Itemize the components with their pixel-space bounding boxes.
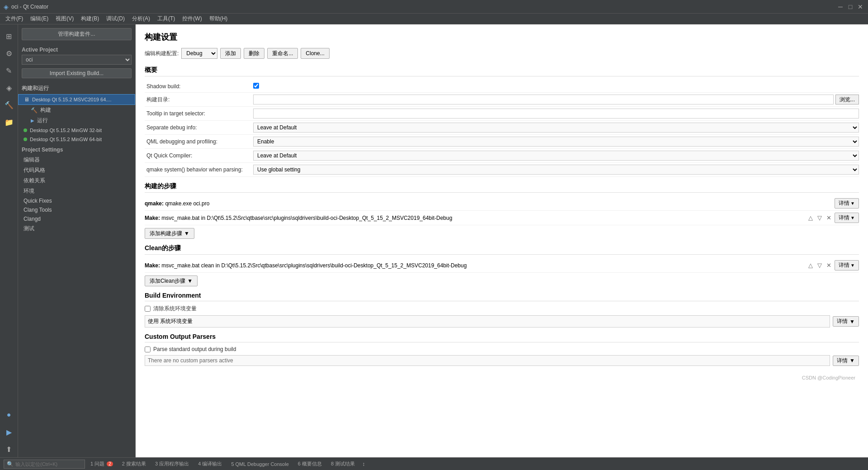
qmake-detail-button[interactable]: 详情 ▼ [835, 198, 859, 209]
kit-subitem-run[interactable]: ▶ 运行 [18, 115, 135, 126]
settings-test[interactable]: 测试 [18, 223, 135, 234]
env-detail-button[interactable]: 详情 ▼ [833, 316, 859, 327]
run-play-icon: ▶ [31, 118, 34, 123]
tooltip-input[interactable] [253, 109, 859, 119]
kit-item-mingw32[interactable]: Desktop Qt 5.15.2 MinGW 32-bit [18, 126, 135, 135]
clear-sys-env-label: 清除系统环境变量 [153, 305, 197, 313]
add-config-button[interactable]: 添加 [220, 48, 241, 59]
menu-analyze[interactable]: 分析(A) [128, 14, 154, 24]
sidebar-icon-project[interactable]: 📁 [1, 114, 17, 130]
bottom-tab-compile[interactable]: 4 编译输出 [194, 460, 226, 468]
build-run-title: 构建和运行 [18, 82, 135, 94]
build-step-make: Make: msvc_make.bat in D:\Qt\5.15.2\Src\… [145, 211, 859, 225]
bottom-tab-overview[interactable]: 6 概要信息 [294, 460, 326, 468]
menu-edit[interactable]: 编辑(E) [27, 14, 52, 24]
qt-quick-label: Qt Quick Compiler: [145, 152, 253, 159]
clean-detail-button[interactable]: 详情 ▼ [835, 260, 859, 271]
close-button[interactable]: ✕ [856, 3, 864, 11]
add-build-step-button[interactable]: 添加构建步骤 ▼ [145, 228, 194, 239]
shadow-build-value [253, 83, 859, 90]
make-down-icon[interactable]: ▽ [816, 214, 823, 221]
maximize-button[interactable]: □ [846, 3, 854, 11]
build-hammer-icon: 🔨 [31, 107, 38, 114]
clone-config-button[interactable]: Clone... [301, 48, 329, 59]
menu-file[interactable]: 文件(F) [2, 14, 27, 24]
build-env-header: Build Environment [145, 292, 859, 301]
sep-debug-select[interactable]: Leave at Default [253, 123, 859, 133]
settings-code-style[interactable]: 代码风格 [18, 165, 135, 176]
browse-button[interactable]: 浏览... [835, 95, 859, 104]
settings-editor[interactable]: 编辑器 [18, 155, 135, 165]
config-select[interactable]: Debug [181, 48, 217, 59]
sidebar-icon-build[interactable]: 🔨 [1, 97, 17, 113]
sidebar-icon-design[interactable]: ◈ [1, 80, 17, 96]
bottom-tab-issues[interactable]: 1 问题 2 [87, 460, 117, 468]
sidebar-icon-settings[interactable]: ⚙ [1, 45, 17, 62]
parse-output-checkbox[interactable] [145, 347, 151, 352]
parsers-detail-button[interactable]: 详情 ▼ [833, 356, 859, 366]
shadow-build-label: Shadow build: [145, 83, 253, 90]
shadow-build-row: Shadow build: [145, 80, 859, 93]
project-combo[interactable]: oci [22, 55, 132, 65]
delete-config-button[interactable]: 删除 [244, 48, 264, 59]
menu-view[interactable]: 视图(V) [52, 14, 77, 24]
menu-tools[interactable]: 工具(T) [154, 14, 179, 24]
qmake-behavior-label: qmake system() behavior when parsing: [145, 166, 253, 173]
bottom-tab-test[interactable]: 8 测试结果 [327, 460, 359, 468]
qml-debug-label: QML debugging and profiling: [145, 138, 253, 145]
clear-sys-env-checkbox[interactable] [145, 306, 151, 312]
settings-env[interactable]: 环境 [18, 186, 135, 196]
sidebar-icon-run[interactable]: ▶ [1, 424, 17, 440]
qml-debug-select[interactable]: Enable [253, 137, 859, 147]
env-detail-label: 详情 [837, 318, 848, 325]
content-area: 构建设置 编辑构建配置: Debug 添加 删除 重命名... Clone...… [136, 24, 868, 457]
add-build-step-container: 添加构建步骤 ▼ [145, 228, 859, 239]
manage-kit-button[interactable]: 管理构建套件... [22, 28, 132, 40]
project-select[interactable]: oci [22, 55, 132, 65]
custom-parsers-header: Custom Output Parsers [145, 333, 859, 342]
kit-item-mingw64[interactable]: Desktop Qt 5.15.2 MinGW 64-bit [18, 135, 135, 144]
qt-quick-select[interactable]: Leave at Default [253, 151, 859, 161]
kit-subitem-build[interactable]: 🔨 构建 [18, 105, 135, 115]
issues-badge: 2 [107, 461, 113, 466]
make-detail-button[interactable]: 详情 ▼ [835, 213, 859, 223]
build-dir-input[interactable]: D:\Qt\5.15.2\Src\qtbase\src\plugins\sqld… [253, 95, 834, 104]
settings-deps[interactable]: 依赖关系 [18, 176, 135, 186]
kit-item-msvc[interactable]: 🖥 Desktop Qt 5.15.2 MSVC2019 64.... [18, 94, 135, 105]
bottom-arrow[interactable]: ↕ [362, 461, 365, 467]
bottom-tab-search[interactable]: 2 搜索结果 [118, 460, 150, 468]
shadow-build-checkbox[interactable] [253, 83, 259, 89]
use-sys-env-text: 使用 系统环境变量 [145, 315, 830, 328]
titlebar-left: ◈ oci - Qt Creator [4, 3, 48, 10]
settings-clang-tools[interactable]: Clang Tools [18, 205, 135, 214]
sidebar-icon-edit[interactable]: ✎ [1, 62, 17, 79]
tab-issues-label: 1 问题 [90, 461, 104, 466]
make-prefix: Make: [145, 215, 160, 221]
menu-help[interactable]: 帮助(H) [206, 14, 231, 24]
sidebar-icon-grid[interactable]: ⊞ [1, 28, 17, 44]
search-input[interactable] [15, 461, 82, 467]
menu-debug[interactable]: 调试(D) [103, 14, 128, 24]
bottom-tab-qml-debugger[interactable]: 5 QML Debugger Console [227, 461, 292, 468]
make-up-icon[interactable]: △ [807, 214, 814, 221]
clean-down-icon[interactable]: ▽ [816, 262, 823, 269]
clean-delete-icon[interactable]: ✕ [825, 262, 833, 269]
add-clean-step-button[interactable]: 添加Clean步骤 ▼ [145, 275, 198, 286]
settings-quick-fixes[interactable]: Quick Fixes [18, 196, 135, 205]
minimize-button[interactable]: ─ [836, 3, 844, 11]
sidebar-icon-debug2[interactable]: ● [1, 407, 17, 423]
menubar: 文件(F) 编辑(E) 视图(V) 构建(B) 调试(D) 分析(A) 工具(T… [0, 14, 868, 24]
main-area: ⊞ ⚙ ✎ ◈ 🔨 📁 ● ▶ ⬆ 管理构建套件... Active Proje… [0, 24, 868, 457]
kit-run-label: 运行 [37, 117, 48, 124]
rename-config-button[interactable]: 重命名... [267, 48, 298, 59]
clean-up-icon[interactable]: △ [807, 262, 814, 269]
menu-build[interactable]: 构建(B) [77, 14, 103, 24]
menu-controls[interactable]: 控件(W) [179, 14, 205, 24]
bottom-tab-app-output[interactable]: 3 应用程序输出 [151, 460, 193, 468]
import-build-button[interactable]: Import Existing Build... [22, 68, 132, 78]
qmake-behavior-select[interactable]: Use global setting [253, 165, 859, 175]
make-delete-icon[interactable]: ✕ [825, 214, 833, 221]
settings-clangd[interactable]: Clangd [18, 214, 135, 223]
sidebar-icon-stop[interactable]: ⬆ [1, 441, 17, 457]
qt-quick-row: Qt Quick Compiler: Leave at Default [145, 149, 859, 163]
